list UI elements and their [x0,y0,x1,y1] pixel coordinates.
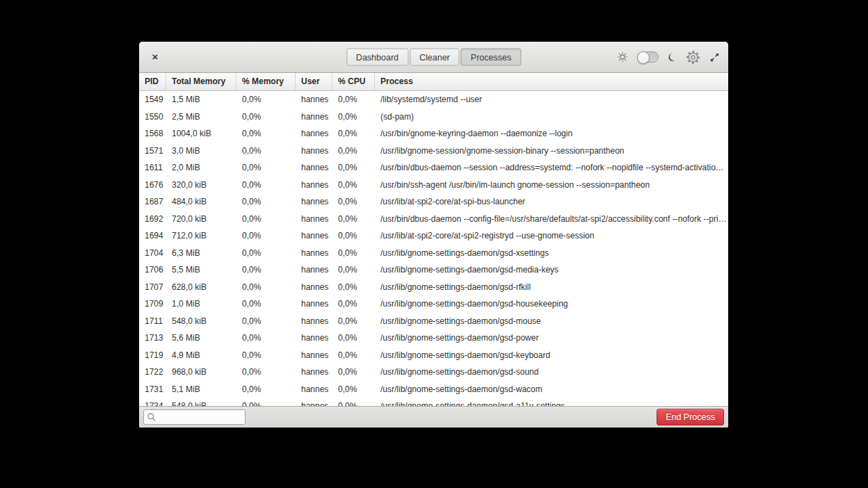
cell-process: /usr/lib/gnome-settings-daemon/gsd-power [375,330,728,347]
cell-cpu: 0,0% [332,347,375,364]
cell-memory-pct: 0,0% [236,313,296,330]
process-row[interactable]: 15713,0 MiB0,0%hannes0,0%/usr/lib/gnome-… [139,143,728,160]
close-button[interactable]: × [145,47,166,67]
cell-process: /usr/lib/gnome-settings-daemon/gsd-mouse [375,313,728,330]
cell-memory-pct: 0,0% [236,245,296,262]
cell-memory: 1,5 MiB [166,91,236,108]
cell-user: hannes [296,211,332,228]
process-row[interactable]: 17091,0 MiB0,0%hannes0,0%/usr/lib/gnome-… [139,295,728,313]
cell-memory-pct: 0,0% [236,211,296,228]
end-process-button[interactable]: End Process [657,409,724,425]
cell-memory: 628,0 kiB [166,279,236,296]
cell-cpu: 0,0% [332,108,375,126]
process-row[interactable]: 17315,1 MiB0,0%hannes0,0%/usr/lib/gnome-… [139,381,728,398]
cell-pid: 1687 [139,193,166,211]
cell-process: /lib/systemd/systemd --user [375,91,728,108]
cell-process: /usr/bin/gnome-keyring-daemon --daemoniz… [375,125,728,143]
cell-memory: 4,9 MiB [166,347,236,364]
cell-pid: 1704 [139,245,166,262]
cell-memory: 5,1 MiB [166,381,236,398]
cell-memory: 2,0 MiB [166,159,236,177]
process-row[interactable]: 15681004,0 kiB0,0%hannes0,0%/usr/bin/gno… [139,125,728,143]
column-header-pid[interactable]: PID [139,73,166,90]
cell-pid: 1707 [139,279,166,296]
process-row[interactable]: 1676320,0 kiB0,0%hannes0,0%/usr/bin/ssh-… [139,177,728,194]
column-header-process[interactable]: Process [375,73,728,90]
cell-process: /usr/lib/gnome-settings-daemon/gsd-keybo… [375,347,728,364]
switch-knob [637,51,650,64]
cell-user: hannes [296,91,332,108]
process-row[interactable]: 15491,5 MiB0,0%hannes0,0%/lib/systemd/sy… [139,91,728,108]
cell-process: /usr/lib/gnome-settings-daemon/gsd-sound [375,364,728,381]
process-row[interactable]: 16112,0 MiB0,0%hannes0,0%/usr/bin/dbus-d… [139,159,728,177]
process-row[interactable]: 17194,9 MiB0,0%hannes0,0%/usr/lib/gnome-… [139,347,728,364]
cell-cpu: 0,0% [332,313,375,330]
cell-memory-pct: 0,0% [236,330,296,347]
cell-cpu: 0,0% [332,125,375,143]
cell-pid: 1568 [139,125,166,143]
expand-icon[interactable] [709,52,720,63]
column-header-memory[interactable]: Total Memory [166,73,236,90]
cell-cpu: 0,0% [332,381,375,398]
cell-pid: 1706 [139,261,166,279]
cell-memory-pct: 0,0% [236,159,296,177]
cell-memory-pct: 0,0% [236,295,296,313]
cell-user: hannes [296,347,332,364]
cell-memory-pct: 0,0% [236,108,296,126]
gear-icon[interactable] [686,50,700,65]
cell-process: /usr/lib/gnome-settings-daemon/gsd-media… [375,261,728,279]
cell-memory: 968,0 kiB [166,364,236,381]
process-row[interactable]: 1707628,0 kiB0,0%hannes0,0%/usr/lib/gnom… [139,279,728,296]
process-row[interactable]: 17065,5 MiB0,0%hannes0,0%/usr/lib/gnome-… [139,261,728,279]
cell-user: hannes [296,381,332,398]
headerbar: × Dashboard Cleaner Processes [139,42,728,73]
cell-cpu: 0,0% [332,245,375,262]
cell-pid: 1722 [139,364,166,381]
cell-memory: 484,0 kiB [166,193,236,211]
footer-bar: End Process [139,406,728,428]
cell-memory: 3,0 MiB [166,143,236,160]
search-input[interactable] [143,409,246,425]
view-switcher: Dashboard Cleaner Processes [346,49,521,66]
cell-memory: 548,0 kiB [166,313,236,330]
cell-process: /usr/bin/ssh-agent /usr/bin/im-launch gn… [375,177,728,194]
cell-memory-pct: 0,0% [236,398,296,406]
column-header-cpu[interactable]: % CPU [332,73,375,90]
tab-dashboard[interactable]: Dashboard [346,49,408,66]
cell-cpu: 0,0% [332,143,375,160]
process-row[interactable]: 1722968,0 kiB0,0%hannes0,0%/usr/lib/gnom… [139,364,728,381]
cell-cpu: 0,0% [332,364,375,381]
process-row[interactable]: 1692720,0 kiB0,0%hannes0,0%/usr/bin/dbus… [139,211,728,228]
process-row[interactable]: 17135,6 MiB0,0%hannes0,0%/usr/lib/gnome-… [139,330,728,347]
cell-pid: 1611 [139,159,166,177]
cell-user: hannes [296,159,332,177]
process-row[interactable]: 1734548,0 kiB0,0%hannes0,0%/usr/lib/gnom… [139,398,728,406]
process-row[interactable]: 1711548,0 kiB0,0%hannes0,0%/usr/lib/gnom… [139,313,728,330]
monitor-window: × Dashboard Cleaner Processes [139,42,728,428]
column-header-memory-pct[interactable]: % Memory [236,73,296,90]
tab-cleaner[interactable]: Cleaner [410,49,460,66]
cell-process: /usr/lib/gnome-settings-daemon/gsd-rfkil… [375,279,728,296]
process-row[interactable]: 1687484,0 kiB0,0%hannes0,0%/usr/lib/at-s… [139,193,728,211]
process-row[interactable]: 15502,5 MiB0,0%hannes0,0%(sd-pam) [139,108,728,126]
cell-memory: 2,5 MiB [166,108,236,126]
search-icon [147,412,156,422]
cell-memory-pct: 0,0% [236,91,296,108]
cell-memory-pct: 0,0% [236,347,296,364]
process-row[interactable]: 1694712,0 kiB0,0%hannes0,0%/usr/lib/at-s… [139,227,728,245]
cell-user: hannes [296,143,332,160]
cell-user: hannes [296,330,332,347]
cell-cpu: 0,0% [332,211,375,228]
dark-mode-switch[interactable] [637,51,659,63]
cell-cpu: 0,0% [332,279,375,296]
cell-user: hannes [296,108,332,126]
cell-cpu: 0,0% [332,91,375,108]
column-header-user[interactable]: User [296,73,332,90]
tab-processes[interactable]: Processes [461,49,521,66]
process-row[interactable]: 17046,3 MiB0,0%hannes0,0%/usr/lib/gnome-… [139,245,728,262]
cell-memory-pct: 0,0% [236,227,296,245]
cell-memory: 1004,0 kiB [166,125,236,143]
search-box [143,409,246,425]
cell-memory: 712,0 kiB [166,227,236,245]
cell-pid: 1550 [139,108,166,126]
